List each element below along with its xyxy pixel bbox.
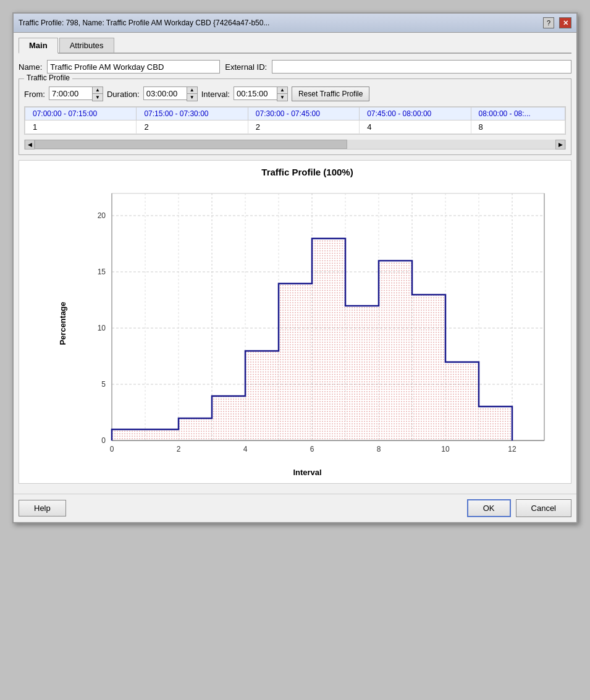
window-title: Traffic Profile: 798, Name: Traffic Prof… <box>19 19 269 27</box>
chart-svg: 0 5 10 15 20 0 2 4 6 8 10 12 <box>75 181 557 465</box>
cancel-button[interactable]: Cancel <box>516 499 571 517</box>
duration-label: Duration: <box>107 90 140 99</box>
bottom-button-bar: Help OK Cancel <box>14 494 576 522</box>
svg-text:15: 15 <box>98 268 106 276</box>
chart-title: Traffic Profile (100%) <box>50 167 565 177</box>
duration-input[interactable] <box>143 86 187 100</box>
col-header-4: 08:00:00 - 08:... <box>471 108 565 120</box>
svg-text:10: 10 <box>98 324 106 332</box>
svg-text:5: 5 <box>101 380 106 389</box>
from-spinner-buttons: ▲ ▼ <box>92 86 103 101</box>
help-icon-btn[interactable]: ? <box>543 17 554 28</box>
svg-text:20: 20 <box>98 211 106 220</box>
cell-1: 2 <box>137 120 248 134</box>
svg-rect-37 <box>212 396 245 441</box>
svg-rect-35 <box>145 429 179 441</box>
svg-text:4: 4 <box>243 445 248 453</box>
cell-2: 2 <box>248 120 359 134</box>
external-id-input[interactable] <box>272 60 571 74</box>
duration-spinner: ▲ ▼ <box>143 86 198 101</box>
ok-button[interactable]: OK <box>467 499 511 517</box>
svg-rect-34 <box>112 429 145 441</box>
scroll-left-arrow[interactable]: ◀ <box>25 140 35 150</box>
close-button[interactable]: ✕ <box>559 17 571 28</box>
tab-main[interactable]: Main <box>19 38 58 54</box>
traffic-profile-group: Traffic Profile From: ▲ ▼ Duration: <box>19 78 571 155</box>
svg-rect-43 <box>412 295 445 441</box>
interval-spinner-buttons: ▲ ▼ <box>277 86 288 101</box>
interval-up-btn[interactable]: ▲ <box>277 87 287 94</box>
external-id-label: External ID: <box>225 62 267 72</box>
traffic-controls: From: ▲ ▼ Duration: ▲ ▼ <box>24 86 566 101</box>
data-table: 07:00:00 - 07:15:00 07:15:00 - 07:30:00 … <box>25 107 565 134</box>
main-window: Traffic Profile: 798, Name: Traffic Prof… <box>12 12 578 523</box>
help-button[interactable]: Help <box>19 500 66 517</box>
svg-rect-42 <box>379 261 412 441</box>
svg-text:2: 2 <box>177 445 181 453</box>
window-content: Main Attributes Name: External ID: Traff… <box>14 33 576 494</box>
svg-rect-44 <box>445 362 479 441</box>
duration-up-btn[interactable]: ▲ <box>187 87 197 94</box>
title-bar: Traffic Profile: 798, Name: Traffic Prof… <box>14 14 576 33</box>
col-header-0: 07:00:00 - 07:15:00 <box>25 108 137 120</box>
cell-4: 8 <box>471 120 565 134</box>
svg-text:6: 6 <box>310 445 314 453</box>
from-down-btn[interactable]: ▼ <box>93 94 103 101</box>
name-row: Name: External ID: <box>19 60 571 74</box>
from-input[interactable] <box>49 86 92 100</box>
interval-input[interactable] <box>234 86 277 100</box>
duration-spinner-buttons: ▲ ▼ <box>187 86 198 101</box>
scroll-thumb[interactable] <box>35 140 347 149</box>
svg-rect-41 <box>345 306 379 441</box>
table-header-row: 07:00:00 - 07:15:00 07:15:00 - 07:30:00 … <box>25 108 565 120</box>
col-header-1: 07:15:00 - 07:30:00 <box>137 108 248 120</box>
svg-text:12: 12 <box>508 445 516 453</box>
interval-label: Interval: <box>201 90 230 99</box>
tab-attributes[interactable]: Attributes <box>59 38 114 53</box>
col-header-2: 07:30:00 - 07:45:00 <box>248 108 359 120</box>
scroll-track[interactable] <box>35 140 555 149</box>
table-row: 1 2 2 4 8 <box>25 120 565 134</box>
svg-text:8: 8 <box>377 445 381 453</box>
scroll-right-arrow[interactable]: ▶ <box>555 140 565 150</box>
horizontal-scrollbar[interactable]: ◀ ▶ <box>24 140 566 150</box>
group-legend: Traffic Profile <box>24 74 72 82</box>
interval-down-btn[interactable]: ▼ <box>277 94 287 101</box>
cell-3: 4 <box>360 120 471 134</box>
svg-text:10: 10 <box>441 445 450 453</box>
name-input[interactable] <box>47 60 220 74</box>
svg-rect-40 <box>312 238 345 441</box>
svg-rect-36 <box>179 418 212 441</box>
chart-area: Traffic Profile (100%) Percentage <box>19 160 571 484</box>
svg-text:0: 0 <box>110 445 114 453</box>
svg-rect-39 <box>279 284 312 441</box>
cell-0: 1 <box>25 120 137 134</box>
reset-traffic-profile-button[interactable]: Reset Traffic Profile <box>292 86 369 101</box>
from-label: From: <box>24 90 45 99</box>
interval-spinner: ▲ ▼ <box>234 86 288 101</box>
y-axis-label: Percentage <box>58 302 67 345</box>
x-axis-label: Interval <box>50 468 565 477</box>
from-spinner: ▲ ▼ <box>49 86 103 101</box>
from-up-btn[interactable]: ▲ <box>93 87 103 94</box>
svg-text:0: 0 <box>101 436 106 445</box>
data-table-wrap: 07:00:00 - 07:15:00 07:15:00 - 07:30:00 … <box>24 106 566 135</box>
name-label: Name: <box>19 62 42 72</box>
col-header-3: 07:45:00 - 08:00:00 <box>360 108 471 120</box>
tab-bar: Main Attributes <box>19 38 571 54</box>
title-bar-buttons: ? ✕ <box>543 17 571 28</box>
duration-down-btn[interactable]: ▼ <box>187 94 197 101</box>
svg-rect-45 <box>479 407 512 441</box>
svg-rect-38 <box>245 351 279 441</box>
group-content: From: ▲ ▼ Duration: ▲ ▼ <box>24 86 566 150</box>
